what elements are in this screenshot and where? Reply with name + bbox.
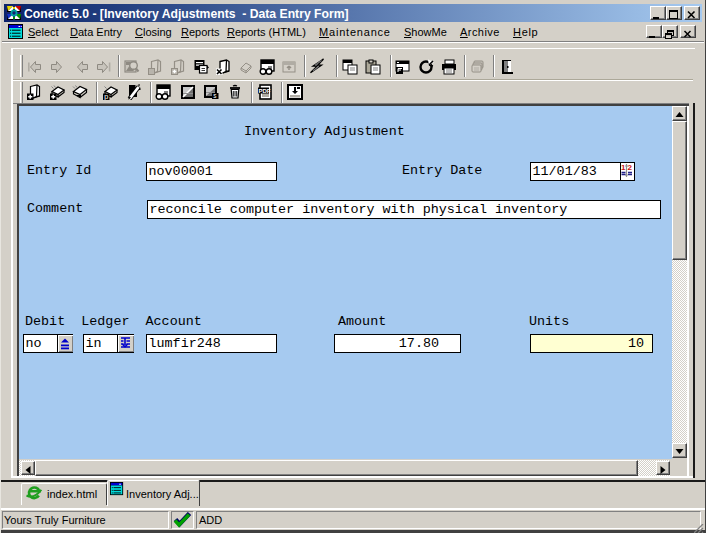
svg-text:p: p xyxy=(104,93,109,100)
svg-text:2: 2 xyxy=(628,163,633,172)
svg-text:PDF: PDF xyxy=(259,88,271,94)
svg-text:1: 1 xyxy=(621,163,626,172)
